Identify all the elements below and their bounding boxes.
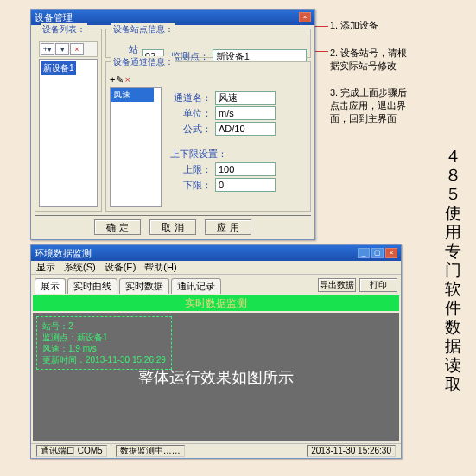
device-info-box: 站号：2 监测点：新设备1 风速：1.9 m/s 更新时间：2013-11-30… [36,316,172,370]
annotation-1: 1. 添加设备 [330,19,416,32]
station-info-group: 设备站点信息： 站号： 02 监测点： 新设备1 [105,29,311,58]
channel-list[interactable]: 风速 [110,87,162,207]
unit-input[interactable]: m/s [215,106,276,120]
dialog-buttons: 确 定 取 消 应 用 [35,215,311,236]
channel-info-group: 设备通道信息： + ✎ × 风速 通道名：风速 单位：m/s 公式：AD [105,61,311,212]
canvas-caption: 整体运行效果如图所示 [138,367,294,388]
window-title: 设备管理 [35,11,73,24]
side-caption: ４８５ 使用专门软件数据读取 [445,147,462,394]
add-channel-button[interactable]: + [110,74,115,86]
channel-name-label: 通道名： [170,92,212,105]
close-icon[interactable]: × [299,12,311,22]
tab-realtime-data[interactable]: 实时数据 [119,278,169,294]
formula-label: 公式： [170,123,212,136]
delete-channel-button[interactable]: × [124,74,130,86]
window-title-2: 环境数据监测 [35,247,92,260]
device-manager-window: 设备管理 × 设备列表： +▾ ▾ × 新设备1 设备站点信息： [30,9,315,240]
device-tree-item[interactable]: 新设备1 [41,61,76,75]
lower-limit-input[interactable]: 0 [215,178,276,192]
realtime-banner: 实时数据监测 [33,295,399,311]
status-monitor: 数据监测中…… [116,445,185,457]
tab-realtime-curve[interactable]: 实时曲线 [67,278,117,294]
annotation-3: 3. 完成上面步骤后点击应用，退出界面，回到主界面 [330,86,416,125]
tab-display[interactable]: 展示 [35,278,66,294]
station-info-label: 设备站点信息： [111,23,175,35]
menu-help[interactable]: 帮助(H) [144,261,176,274]
channel-name-input[interactable]: 风速 [215,91,276,105]
menubar: 显示 系统(S) 设备(E) 帮助(H) [31,261,401,275]
upper-limit-input[interactable]: 100 [215,162,276,176]
cancel-button[interactable]: 取 消 [149,219,196,235]
annotation-2: 2. 设备站号，请根据实际站号修改 [330,47,416,73]
tab-comm-log[interactable]: 通讯记录 [171,278,221,294]
status-port: 通讯端口 COM5 [36,445,107,457]
channel-list-header: 风速 [111,88,154,102]
status-time: 2013-11-30 15:26:30 [307,445,396,457]
apply-button[interactable]: 应 用 [205,219,251,235]
lower-limit-label: 下限： [170,179,212,192]
minimize-icon[interactable]: _ [358,248,370,258]
edit-channel-button[interactable]: ✎ [116,74,124,86]
print-button[interactable]: 打印 [359,278,397,292]
close-icon-2[interactable]: × [385,248,397,258]
formula-input[interactable]: AD/10 [215,122,276,136]
channel-info-label: 设备通道信息： [111,56,175,68]
monitor-window: 环境数据监测 _ ▢ × 显示 系统(S) 设备(E) 帮助(H) 展示 实时曲… [30,244,402,459]
menu-system[interactable]: 系统(S) [64,261,96,274]
upper-limit-label: 上限： [170,163,212,176]
device-tree[interactable]: 新设备1 [39,59,98,207]
display-canvas: 站号：2 监测点：新设备1 风速：1.9 m/s 更新时间：2013-11-30… [33,313,399,441]
statusbar: 通讯端口 COM5 数据监测中…… 2013-11-30 15:26:30 [31,443,401,458]
delete-device-button[interactable]: × [70,43,84,55]
ok-button[interactable]: 确 定 [94,219,141,235]
device-toolbar: +▾ ▾ × [39,41,98,57]
limits-label: 上下限设置： [170,148,227,161]
menu-device[interactable]: 设备(E) [105,261,136,274]
add-device-button[interactable]: +▾ [41,43,54,55]
device-list-group: 设备列表： +▾ ▾ × 新设备1 [35,29,102,212]
edit-device-button[interactable]: ▾ [55,43,69,55]
device-list-label: 设备列表： [41,23,87,35]
maximize-icon[interactable]: ▢ [371,248,384,258]
export-button[interactable]: 导出数据 [318,278,356,292]
tabbar: 展示 实时曲线 实时数据 通讯记录 导出数据 打印 [31,275,401,294]
unit-label: 单位： [170,107,212,120]
titlebar-2[interactable]: 环境数据监测 _ ▢ × [31,245,401,261]
menu-display[interactable]: 显示 [36,261,55,274]
